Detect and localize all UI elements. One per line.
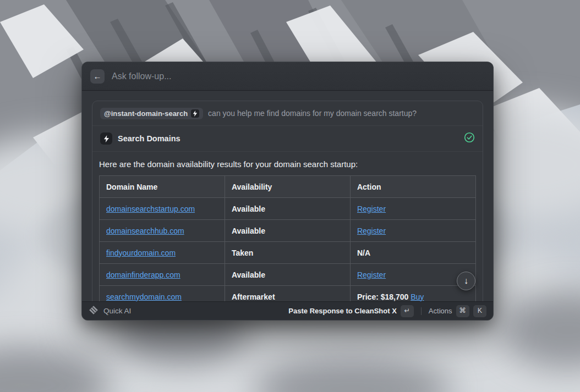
action-text: N/A xyxy=(357,249,370,257)
back-button[interactable]: ← xyxy=(90,69,105,84)
actions-label: Actions xyxy=(429,307,452,315)
quick-ai-window: ← @instant-domain-search can you help me… xyxy=(81,62,494,321)
availability-cell: Available xyxy=(225,264,350,286)
results-table: Domain Name Availability Action domainse… xyxy=(99,175,476,302)
availability-cell: Aftermarket xyxy=(225,286,350,303)
action-cell: N/A xyxy=(350,242,475,264)
desktop: ← @instant-domain-search can you help me… xyxy=(0,0,580,392)
user-query-row: @instant-domain-search can you help me f… xyxy=(92,101,483,125)
window-footer: Quick AI Paste Response to CleanShot X ↵… xyxy=(82,301,493,320)
mention-label: @instant-domain-search xyxy=(104,109,188,118)
conversation-card: @instant-domain-search can you help me f… xyxy=(92,101,483,302)
availability-cell: Available xyxy=(225,220,350,242)
ai-answer: Here are the domain availability results… xyxy=(92,151,483,302)
domain-link[interactable]: searchmydomain.com xyxy=(106,292,182,301)
results-table-body: domainsearchstartup.comAvailableRegister… xyxy=(100,198,476,303)
action-link[interactable]: Buy xyxy=(411,292,424,301)
tool-call-label: Search Domains xyxy=(118,134,180,143)
raycast-logo-icon xyxy=(89,305,99,317)
domain-cell: findyourdomain.com xyxy=(100,242,225,264)
domain-cell: domainfinderapp.com xyxy=(100,264,225,286)
domain-link[interactable]: domainfinderapp.com xyxy=(106,270,180,279)
action-cell: Register xyxy=(350,220,475,242)
lightning-icon xyxy=(100,132,112,145)
tool-call-row[interactable]: Search Domains xyxy=(92,125,483,151)
paste-response-action[interactable]: Paste Response to CleanShot X ↵ xyxy=(288,305,414,317)
footer-divider xyxy=(421,307,422,315)
window-header: ← xyxy=(82,62,493,91)
answer-intro-text: Here are the domain availability results… xyxy=(99,159,476,169)
action-cell: Price: $18,700 Buy xyxy=(350,286,475,303)
back-arrow-icon: ← xyxy=(94,72,102,80)
action-link[interactable]: Register xyxy=(357,205,386,213)
domain-link[interactable]: domainsearchstartup.com xyxy=(106,205,195,213)
conversation-area: @instant-domain-search can you help me f… xyxy=(82,91,493,302)
action-link[interactable]: Register xyxy=(357,227,386,235)
action-cell: Register xyxy=(350,198,475,220)
column-header-action: Action xyxy=(350,176,475,198)
availability-cell: Taken xyxy=(225,242,350,264)
table-row: findyourdomain.comTakenN/A xyxy=(100,242,476,264)
actions-menu-button[interactable]: Actions ⌘ K xyxy=(429,305,486,317)
scroll-down-button[interactable]: ↓ xyxy=(457,272,475,290)
table-row: domainfinderapp.comAvailableRegister xyxy=(100,264,476,286)
domain-cell: searchmydomain.com xyxy=(100,286,225,303)
action-link[interactable]: Register xyxy=(357,270,386,279)
cmd-keycap: ⌘ xyxy=(456,305,470,317)
domain-link[interactable]: findyourdomain.com xyxy=(106,249,176,257)
paste-response-label: Paste Response to CleanShot X xyxy=(288,307,397,315)
lightning-icon xyxy=(191,109,199,118)
return-keycap: ↵ xyxy=(401,305,414,317)
app-label: Quick AI xyxy=(103,307,131,315)
success-check-icon xyxy=(464,132,475,145)
user-query-text: can you help me find domains for my doma… xyxy=(208,109,417,118)
domain-cell: domainsearchhub.com xyxy=(100,220,225,242)
table-row: domainsearchhub.comAvailableRegister xyxy=(100,220,476,242)
domain-link[interactable]: domainsearchhub.com xyxy=(106,227,184,235)
column-header-domain: Domain Name xyxy=(100,176,225,198)
k-keycap: K xyxy=(473,305,486,317)
domain-cell: domainsearchstartup.com xyxy=(100,198,225,220)
down-arrow-icon: ↓ xyxy=(464,276,468,286)
table-row: searchmydomain.comAftermarketPrice: $18,… xyxy=(100,286,476,303)
follow-up-input[interactable] xyxy=(112,71,485,81)
table-header-row: Domain Name Availability Action xyxy=(100,176,476,198)
price-text: Price: $18,700 xyxy=(357,292,411,301)
extension-mention-badge[interactable]: @instant-domain-search xyxy=(100,108,203,119)
table-row: domainsearchstartup.comAvailableRegister xyxy=(100,198,476,220)
column-header-availability: Availability xyxy=(225,176,350,198)
availability-cell: Available xyxy=(225,198,350,220)
